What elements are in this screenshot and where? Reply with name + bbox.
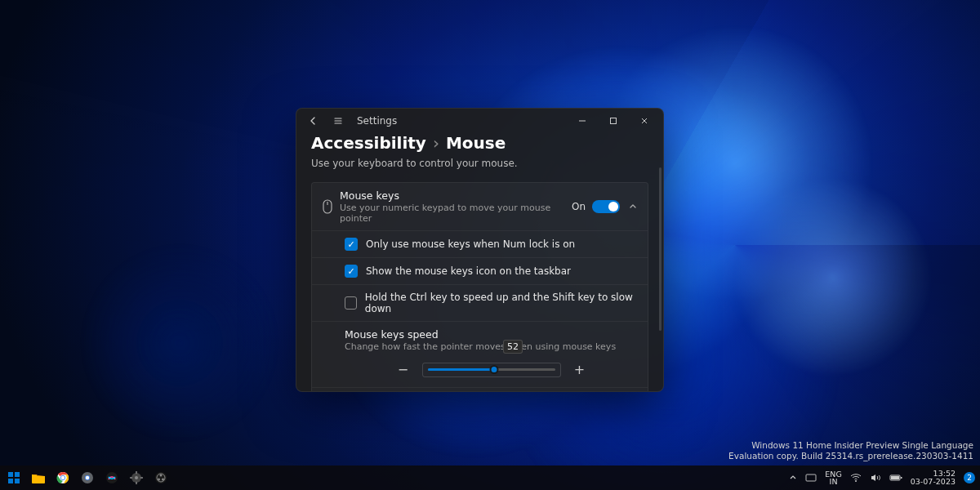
language-indicator[interactable]: ENG IN (825, 470, 841, 486)
speed-description: Change how fast the pointer moves when u… (345, 341, 638, 352)
notification-badge[interactable]: 2 (964, 472, 975, 483)
option-numlock-row[interactable]: ✓ Only use mouse keys when Num lock is o… (312, 230, 648, 257)
breadcrumb-parent[interactable]: Accessibility (311, 133, 426, 153)
back-button[interactable] (303, 110, 324, 131)
svg-rect-28 (891, 476, 899, 479)
watermark-line2: Evaluation copy. Build 25314.rs_prerelea… (728, 451, 973, 462)
chrome-icon[interactable] (54, 469, 72, 487)
mouse-keys-header-row[interactable]: Mouse keys Use your numeric keypad to mo… (312, 183, 648, 230)
speed-decrease-button[interactable]: − (396, 362, 411, 377)
system-tray: ENG IN 13:52 03-07-2023 2 (789, 470, 975, 487)
svg-rect-3 (8, 472, 13, 477)
mouse-keys-title: Mouse keys (340, 189, 572, 202)
svg-rect-5 (8, 479, 13, 483)
tray-chevron-icon[interactable] (789, 474, 797, 482)
svg-point-23 (158, 479, 160, 481)
speed-slider-thumb[interactable] (489, 365, 498, 374)
breadcrumb: Accessibility › Mouse (311, 133, 648, 153)
chrome-canary-icon[interactable] (78, 469, 96, 487)
file-explorer-icon[interactable] (29, 469, 47, 487)
option-taskbar-label: Show the mouse keys icon on the taskbar (366, 265, 571, 277)
close-button[interactable] (629, 109, 660, 132)
minimize-button[interactable] (567, 109, 598, 132)
settings-window: Settings Accessibility › Mouse Use your … (296, 108, 664, 392)
maximize-button[interactable] (598, 109, 629, 132)
chevron-up-icon (628, 202, 638, 212)
speed-title: Mouse keys speed (345, 328, 638, 341)
copilot-icon[interactable] (103, 469, 121, 487)
option-ctrlshift-checkbox[interactable] (345, 296, 357, 310)
svg-point-24 (162, 479, 164, 481)
page-subtitle: Use your keyboard to control your mouse. (311, 158, 648, 169)
obs-icon[interactable] (152, 469, 170, 487)
settings-icon[interactable] (127, 469, 145, 487)
svg-rect-6 (15, 479, 20, 483)
svg-point-15 (135, 476, 138, 479)
mouse-keys-acceleration-block: Mouse keys acceleration Change how quick… (312, 387, 648, 391)
volume-icon[interactable] (870, 473, 881, 483)
svg-point-9 (61, 476, 65, 479)
option-ctrlshift-label: Hold the Ctrl key to speed up and the Sh… (365, 292, 638, 314)
svg-rect-4 (15, 472, 20, 477)
mouse-icon (322, 199, 340, 214)
option-taskbar-row[interactable]: ✓ Show the mouse keys icon on the taskba… (312, 257, 648, 284)
svg-point-26 (855, 480, 857, 482)
mouse-keys-toggle[interactable] (592, 200, 620, 213)
svg-rect-25 (806, 474, 816, 481)
mouse-keys-state-label: On (572, 201, 586, 212)
tray-teams-icon[interactable] (805, 473, 817, 483)
breadcrumb-current: Mouse (446, 133, 506, 153)
scrollbar[interactable] (659, 167, 662, 331)
mouse-keys-speed-block: Mouse keys speed Change how fast the poi… (312, 321, 648, 387)
desktop-watermark: Windows 11 Home Insider Preview Single L… (728, 440, 973, 462)
watermark-line1: Windows 11 Home Insider Preview Single L… (728, 440, 973, 452)
battery-icon[interactable] (889, 474, 902, 482)
titlebar: Settings (296, 109, 663, 133)
svg-point-12 (86, 476, 89, 479)
svg-point-22 (160, 474, 163, 477)
mouse-keys-group: Mouse keys Use your numeric keypad to mo… (311, 182, 648, 391)
option-taskbar-checkbox[interactable]: ✓ (345, 265, 358, 278)
option-numlock-label: Only use mouse keys when Num lock is on (366, 238, 575, 250)
option-numlock-checkbox[interactable]: ✓ (345, 238, 358, 251)
menu-button[interactable] (327, 110, 349, 131)
mouse-keys-description: Use your numeric keypad to move your mou… (340, 203, 572, 224)
speed-increase-button[interactable]: + (572, 362, 587, 377)
clock[interactable]: 13:52 03-07-2023 (911, 470, 956, 487)
window-title: Settings (357, 115, 397, 127)
breadcrumb-separator: › (433, 133, 439, 153)
option-ctrlshift-row[interactable]: Hold the Ctrl key to speed up and the Sh… (312, 284, 648, 321)
svg-point-13 (106, 472, 118, 483)
svg-rect-29 (901, 477, 902, 479)
speed-slider[interactable] (422, 363, 561, 377)
settings-content: Accessibility › Mouse Use your keyboard … (296, 133, 663, 391)
start-button[interactable] (5, 469, 23, 487)
wifi-icon[interactable] (850, 473, 862, 483)
speed-value-tooltip: 52 (503, 340, 523, 354)
taskbar: ENG IN 13:52 03-07-2023 2 (0, 466, 980, 490)
svg-rect-0 (611, 118, 617, 124)
